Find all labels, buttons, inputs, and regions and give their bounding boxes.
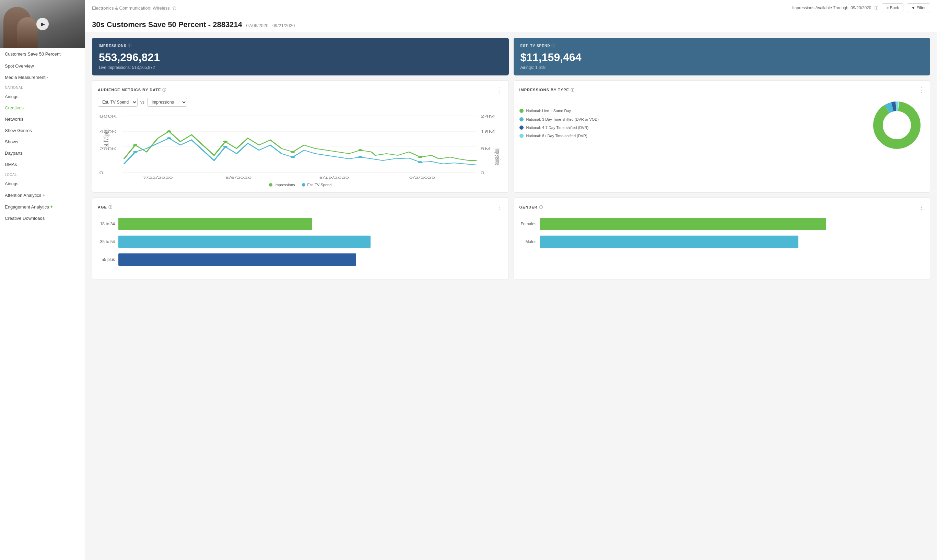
filter-button[interactable]: ▼ Filter <box>907 3 930 12</box>
impressions-by-type-chart: IMPRESSIONS BY TYPE ⓘ ⋮ National: Live +… <box>514 80 931 193</box>
sidebar-item-show-genres[interactable]: Show Genres <box>0 125 85 136</box>
top-header: Electronics & Communication: Wireless ☆ … <box>85 0 937 16</box>
audience-metrics-chart: AUDIENCE METRICS BY DATE ⓘ ⋮ Est. TV Spe… <box>92 80 509 193</box>
svg-text:7/22/2020: 7/22/2020 <box>143 176 173 179</box>
svg-point-29 <box>418 161 422 163</box>
svg-point-19 <box>167 130 171 132</box>
age-bar-label-2: 55 plus <box>98 257 119 262</box>
impressions-label: IMPRESSIONS ⓘ <box>99 43 502 48</box>
audience-chart-title: AUDIENCE METRICS BY DATE ⓘ <box>98 88 166 92</box>
sidebar-item-media-measurement[interactable]: Media Measurement - <box>0 72 85 83</box>
gender-bar-0: 52.55% <box>540 218 826 230</box>
content-area: IMPRESSIONS ⓘ 553,296,821 Live Impressio… <box>85 32 937 290</box>
svg-point-21 <box>291 151 295 153</box>
svg-text:0: 0 <box>99 171 103 175</box>
impressions-card-info[interactable]: ⓘ <box>128 43 132 48</box>
page-title: 30s Customers Save 50 Percent - 2883214 <box>92 20 242 29</box>
play-button[interactable] <box>36 18 49 30</box>
sidebar: Customers Save 50 Percent Spot OverviewM… <box>0 0 85 560</box>
svg-point-25 <box>167 137 171 139</box>
donut-chart-svg <box>869 98 924 152</box>
sidebar-item-engagement-analytics[interactable]: Engagement Analytics + <box>0 201 85 212</box>
gender-chart-title: GENDER ⓘ <box>519 205 543 210</box>
donut-legend-label-4: National: 8+ Day Time-shifted (DVR) <box>526 134 587 138</box>
svg-point-34 <box>883 111 911 139</box>
age-bar-pct-1: 36.89% <box>121 239 135 244</box>
donut-legend-label-3: National: 4-7 Day Time-shifted (DVR) <box>526 125 589 130</box>
gender-bar-wrap-0: 52.55% <box>540 218 925 230</box>
legend-est-tv-spend-label: Est. TV Spend <box>307 183 332 187</box>
page-date-range: 07/06/2020 - 09/21/2020 <box>246 23 295 28</box>
audience-chart-menu[interactable]: ⋮ <box>497 86 503 94</box>
sidebar-item-airings-local[interactable]: Airings <box>0 178 85 189</box>
impressions-type-title: IMPRESSIONS BY TYPE ⓘ <box>519 88 575 92</box>
sidebar-item-dmas[interactable]: DMAs <box>0 159 85 170</box>
donut-legend-label-2: National: 3 Day Time-shifted (DVR or VOD… <box>526 117 599 122</box>
favorite-icon[interactable]: ☆ <box>172 5 177 11</box>
back-button[interactable]: « Back <box>882 3 903 12</box>
age-bar-row-1: 35 to 54 36.89% <box>98 235 503 248</box>
sidebar-nav: Spot OverviewMedia Measurement -NATIONAL… <box>0 60 85 224</box>
svg-point-24 <box>133 151 137 153</box>
gender-chart-info[interactable]: ⓘ <box>539 205 543 210</box>
age-bar-wrap-0: 28.31% <box>119 218 503 230</box>
gender-chart: GENDER ⓘ ⋮ Females 52.55% Males 47.45% <box>514 197 931 280</box>
donut-container: National: Live + Same Day National: 3 Da… <box>519 98 925 152</box>
gender-bar-label-1: Males <box>519 239 540 244</box>
nav-section-local-label: LOCAL <box>0 170 85 178</box>
metric2-select[interactable]: Impressions Est. TV Spend Airings <box>147 98 187 107</box>
impressions-info-icon[interactable]: ⓘ <box>875 6 878 11</box>
audience-chart-header: AUDIENCE METRICS BY DATE ⓘ ⋮ <box>98 86 503 94</box>
plus-icon-engagement-analytics: + <box>50 204 53 209</box>
gender-bar-wrap-1: 47.45% <box>540 235 925 248</box>
age-bar-2: 34.80% <box>119 254 356 266</box>
est-tv-spend-sub: Airings: 1,619 <box>521 65 924 70</box>
svg-text:600K: 600K <box>99 115 117 118</box>
legend-est-tv-spend: Est. TV Spend <box>302 183 332 187</box>
sidebar-item-spot-overview[interactable]: Spot Overview <box>0 60 85 72</box>
svg-point-20 <box>223 141 228 143</box>
age-chart-header: AGE ⓘ ⋮ <box>98 203 503 211</box>
age-chart-menu[interactable]: ⋮ <box>497 203 503 211</box>
donut-legend-item-2: National: 3 Day Time-shifted (DVR or VOD… <box>519 117 863 122</box>
sidebar-item-airings-national[interactable]: Airings <box>0 91 85 102</box>
impressions-type-menu[interactable]: ⋮ <box>918 86 924 94</box>
main-content: Electronics & Communication: Wireless ☆ … <box>85 0 937 560</box>
svg-point-26 <box>223 146 228 148</box>
svg-text:0: 0 <box>480 171 484 175</box>
age-bar-pct-2: 34.80% <box>121 257 135 262</box>
gender-chart-menu[interactable]: ⋮ <box>918 203 924 211</box>
sidebar-item-shows[interactable]: Shows <box>0 136 85 148</box>
gender-chart-header: GENDER ⓘ ⋮ <box>519 203 925 211</box>
chart-row-top: AUDIENCE METRICS BY DATE ⓘ ⋮ Est. TV Spe… <box>92 80 930 193</box>
sidebar-ad-title: Customers Save 50 Percent <box>0 48 85 60</box>
age-bar-wrap-2: 34.80% <box>119 254 503 266</box>
sidebar-item-creatives[interactable]: Creatives <box>0 102 85 114</box>
age-bar-row-0: 18 to 34 28.31% <box>98 218 503 230</box>
sidebar-item-dayparts[interactable]: Dayparts <box>0 148 85 159</box>
impressions-type-info[interactable]: ⓘ <box>570 88 575 92</box>
donut-legend-item-1: National: Live + Same Day <box>519 108 863 113</box>
sidebar-item-creative-downloads[interactable]: Creative Downloads <box>0 212 85 224</box>
age-bar-label-0: 18 to 34 <box>98 222 119 226</box>
gender-bar-row-0: Females 52.55% <box>519 218 925 230</box>
age-chart-title: AGE ⓘ <box>98 205 113 210</box>
est-tv-spend-info[interactable]: ⓘ <box>551 43 555 48</box>
chart-controls: Est. TV Spend Impressions Airings vs Imp… <box>98 98 503 107</box>
impressions-type-header: IMPRESSIONS BY TYPE ⓘ ⋮ <box>519 86 925 94</box>
svg-text:Impressions: Impressions <box>494 148 502 165</box>
gender-bar-row-1: Males 47.45% <box>519 235 925 248</box>
sidebar-item-attention-analytics[interactable]: Attention Analytics + <box>0 189 85 201</box>
est-tv-spend-card: EST. TV SPEND ⓘ $11,159,464 Airings: 1,6… <box>514 38 931 75</box>
sidebar-item-networks[interactable]: Networks <box>0 114 85 125</box>
metric1-select[interactable]: Est. TV Spend Impressions Airings <box>98 98 137 107</box>
age-bar-chart: 18 to 34 28.31% 35 to 54 36.89% 55 plus … <box>98 215 503 274</box>
legend-impressions-label: Impressions <box>274 183 295 187</box>
gender-bar-pct-1: 47.45% <box>543 239 557 244</box>
impressions-value: 553,296,821 <box>99 51 502 64</box>
ad-thumbnail[interactable] <box>0 0 85 48</box>
age-chart-info[interactable]: ⓘ <box>108 205 113 210</box>
audience-chart-info[interactable]: ⓘ <box>162 88 166 92</box>
impressions-card: IMPRESSIONS ⓘ 553,296,821 Live Impressio… <box>92 38 509 75</box>
impressions-sub: Live Impressions: 513,165,972 <box>99 65 502 70</box>
